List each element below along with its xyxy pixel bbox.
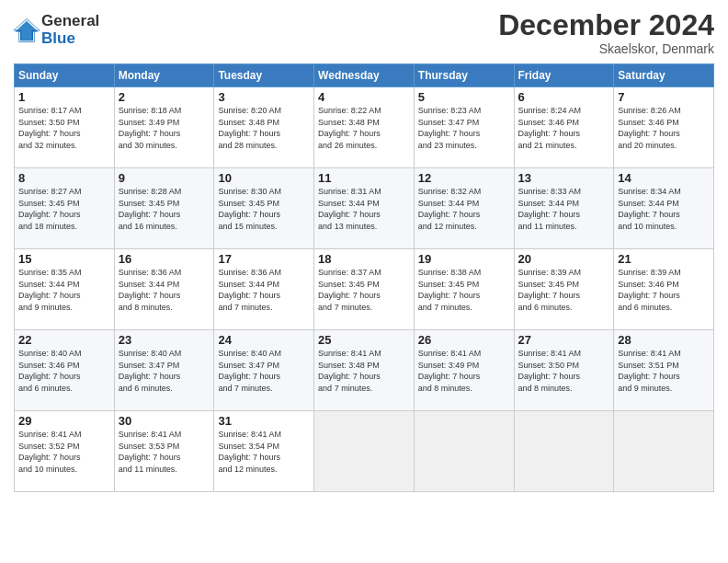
col-monday: Monday (114, 64, 214, 87)
day-cell: 5 Sunrise: 8:23 AMSunset: 3:47 PMDayligh… (414, 87, 514, 168)
day-cell: 8 Sunrise: 8:27 AMSunset: 3:45 PMDayligh… (15, 168, 115, 249)
day-number: 30 (119, 414, 210, 428)
day-cell: 7 Sunrise: 8:26 AMSunset: 3:46 PMDayligh… (614, 87, 714, 168)
day-number: 2 (119, 90, 210, 104)
day-number: 11 (318, 171, 410, 185)
day-cell: 3 Sunrise: 8:20 AMSunset: 3:48 PMDayligh… (214, 87, 314, 168)
day-cell: 13 Sunrise: 8:33 AMSunset: 3:44 PMDaylig… (514, 168, 614, 249)
col-tuesday: Tuesday (214, 64, 314, 87)
day-number: 1 (18, 90, 110, 104)
day-number: 26 (418, 333, 510, 347)
day-info: Sunrise: 8:41 AMSunset: 3:53 PMDaylight:… (119, 429, 210, 475)
day-cell: 25 Sunrise: 8:41 AMSunset: 3:48 PMDaylig… (314, 330, 415, 411)
day-info: Sunrise: 8:31 AMSunset: 3:44 PMDaylight:… (318, 186, 410, 232)
day-cell: 30 Sunrise: 8:41 AMSunset: 3:53 PMDaylig… (114, 411, 214, 492)
day-info: Sunrise: 8:22 AMSunset: 3:48 PMDaylight:… (318, 105, 410, 151)
day-cell: 16 Sunrise: 8:36 AMSunset: 3:44 PMDaylig… (114, 249, 214, 330)
day-number: 28 (618, 333, 710, 347)
col-saturday: Saturday (614, 64, 714, 87)
day-cell: 14 Sunrise: 8:34 AMSunset: 3:44 PMDaylig… (614, 168, 714, 249)
day-number: 23 (119, 333, 210, 347)
day-number: 10 (218, 171, 310, 185)
day-info: Sunrise: 8:41 AMSunset: 3:48 PMDaylight:… (318, 348, 410, 394)
day-cell: 31 Sunrise: 8:41 AMSunset: 3:54 PMDaylig… (214, 411, 314, 492)
day-number: 12 (418, 171, 510, 185)
day-cell: 28 Sunrise: 8:41 AMSunset: 3:51 PMDaylig… (614, 330, 714, 411)
day-info: Sunrise: 8:18 AMSunset: 3:49 PMDaylight:… (119, 105, 210, 151)
location: Skaelskor, Denmark (498, 41, 714, 56)
day-info: Sunrise: 8:37 AMSunset: 3:45 PMDaylight:… (318, 267, 410, 313)
day-number: 27 (518, 333, 610, 347)
day-number: 31 (218, 414, 310, 428)
week-row-2: 8 Sunrise: 8:27 AMSunset: 3:45 PMDayligh… (15, 168, 714, 249)
header: General Blue December 2024 Skaelskor, De… (14, 9, 714, 56)
day-info: Sunrise: 8:40 AMSunset: 3:47 PMDaylight:… (119, 348, 210, 394)
day-cell (514, 411, 614, 492)
day-number: 4 (318, 90, 410, 104)
day-cell: 29 Sunrise: 8:41 AMSunset: 3:52 PMDaylig… (15, 411, 115, 492)
day-number: 15 (18, 252, 110, 266)
day-cell: 23 Sunrise: 8:40 AMSunset: 3:47 PMDaylig… (114, 330, 214, 411)
day-number: 19 (418, 252, 510, 266)
week-row-4: 22 Sunrise: 8:40 AMSunset: 3:46 PMDaylig… (15, 330, 714, 411)
col-friday: Friday (514, 64, 614, 87)
week-row-3: 15 Sunrise: 8:35 AMSunset: 3:44 PMDaylig… (15, 249, 714, 330)
logo-blue-text: Blue (41, 30, 99, 48)
day-info: Sunrise: 8:26 AMSunset: 3:46 PMDaylight:… (618, 105, 710, 151)
day-info: Sunrise: 8:41 AMSunset: 3:50 PMDaylight:… (518, 348, 610, 394)
day-cell: 20 Sunrise: 8:39 AMSunset: 3:45 PMDaylig… (514, 249, 614, 330)
day-cell: 18 Sunrise: 8:37 AMSunset: 3:45 PMDaylig… (314, 249, 415, 330)
day-number: 6 (518, 90, 610, 104)
day-number: 29 (18, 414, 110, 428)
day-cell: 6 Sunrise: 8:24 AMSunset: 3:46 PMDayligh… (514, 87, 614, 168)
col-thursday: Thursday (414, 64, 514, 87)
page: General Blue December 2024 Skaelskor, De… (0, 0, 728, 563)
day-cell: 9 Sunrise: 8:28 AMSunset: 3:45 PMDayligh… (114, 168, 214, 249)
logo: General Blue (14, 13, 99, 47)
day-info: Sunrise: 8:38 AMSunset: 3:45 PMDaylight:… (418, 267, 510, 313)
day-number: 17 (218, 252, 310, 266)
day-number: 13 (518, 171, 610, 185)
day-cell: 27 Sunrise: 8:41 AMSunset: 3:50 PMDaylig… (514, 330, 614, 411)
header-row: Sunday Monday Tuesday Wednesday Thursday… (15, 64, 714, 87)
day-cell (314, 411, 415, 492)
day-number: 22 (18, 333, 110, 347)
day-cell: 1 Sunrise: 8:17 AMSunset: 3:50 PMDayligh… (15, 87, 115, 168)
day-info: Sunrise: 8:30 AMSunset: 3:45 PMDaylight:… (218, 186, 310, 232)
day-info: Sunrise: 8:36 AMSunset: 3:44 PMDaylight:… (218, 267, 310, 313)
day-number: 21 (618, 252, 710, 266)
logo-text: General Blue (41, 13, 99, 47)
day-cell: 24 Sunrise: 8:40 AMSunset: 3:47 PMDaylig… (214, 330, 314, 411)
day-cell: 2 Sunrise: 8:18 AMSunset: 3:49 PMDayligh… (114, 87, 214, 168)
day-cell: 15 Sunrise: 8:35 AMSunset: 3:44 PMDaylig… (15, 249, 115, 330)
day-number: 8 (18, 171, 110, 185)
day-info: Sunrise: 8:39 AMSunset: 3:46 PMDaylight:… (618, 267, 710, 313)
day-cell: 21 Sunrise: 8:39 AMSunset: 3:46 PMDaylig… (614, 249, 714, 330)
week-row-5: 29 Sunrise: 8:41 AMSunset: 3:52 PMDaylig… (15, 411, 714, 492)
day-cell: 12 Sunrise: 8:32 AMSunset: 3:44 PMDaylig… (414, 168, 514, 249)
day-info: Sunrise: 8:34 AMSunset: 3:44 PMDaylight:… (618, 186, 710, 232)
day-info: Sunrise: 8:41 AMSunset: 3:54 PMDaylight:… (218, 429, 310, 475)
week-row-1: 1 Sunrise: 8:17 AMSunset: 3:50 PMDayligh… (15, 87, 714, 168)
day-cell (614, 411, 714, 492)
day-info: Sunrise: 8:17 AMSunset: 3:50 PMDaylight:… (18, 105, 110, 151)
day-info: Sunrise: 8:20 AMSunset: 3:48 PMDaylight:… (218, 105, 310, 151)
day-info: Sunrise: 8:35 AMSunset: 3:44 PMDaylight:… (18, 267, 110, 313)
day-info: Sunrise: 8:32 AMSunset: 3:44 PMDaylight:… (418, 186, 510, 232)
day-info: Sunrise: 8:27 AMSunset: 3:45 PMDaylight:… (18, 186, 110, 232)
day-info: Sunrise: 8:28 AMSunset: 3:45 PMDaylight:… (119, 186, 210, 232)
day-number: 18 (318, 252, 410, 266)
day-cell: 22 Sunrise: 8:40 AMSunset: 3:46 PMDaylig… (15, 330, 115, 411)
day-number: 14 (618, 171, 710, 185)
logo-general-text: General (41, 13, 99, 30)
day-info: Sunrise: 8:39 AMSunset: 3:45 PMDaylight:… (518, 267, 610, 313)
day-number: 16 (119, 252, 210, 266)
logo-icon (14, 17, 40, 43)
day-info: Sunrise: 8:36 AMSunset: 3:44 PMDaylight:… (119, 267, 210, 313)
day-number: 3 (218, 90, 310, 104)
day-number: 9 (119, 171, 210, 185)
day-info: Sunrise: 8:33 AMSunset: 3:44 PMDaylight:… (518, 186, 610, 232)
calendar-table: Sunday Monday Tuesday Wednesday Thursday… (14, 63, 714, 492)
title-block: December 2024 Skaelskor, Denmark (498, 9, 714, 56)
day-number: 5 (418, 90, 510, 104)
